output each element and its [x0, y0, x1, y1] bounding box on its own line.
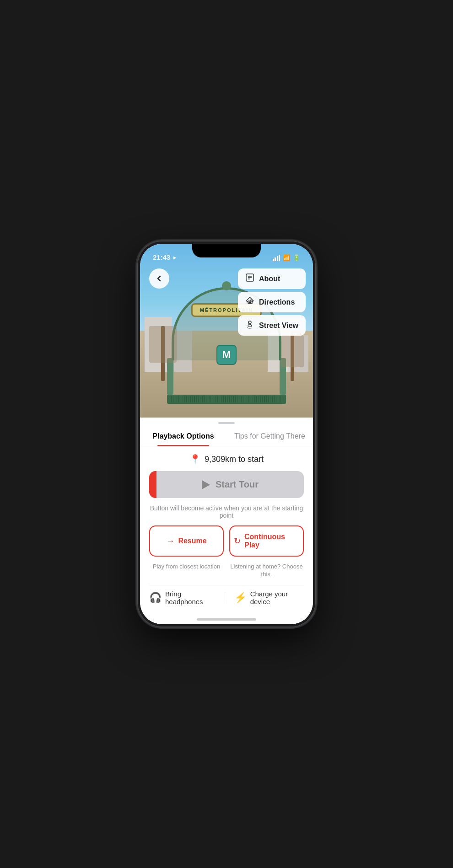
- battery-icon: 🔋: [293, 254, 300, 261]
- start-tour-hint: Button will become active when you are a…: [149, 504, 304, 519]
- resume-icon: →: [166, 536, 174, 546]
- location-icon: ►: [172, 255, 177, 260]
- right-menu: About Directions: [238, 268, 306, 336]
- start-tour-container: Start Tour: [149, 471, 304, 498]
- pin-icon: 📍: [189, 454, 201, 465]
- resume-sublabel: Play from closest location: [149, 563, 224, 579]
- charge-icon: ⚡: [234, 592, 247, 604]
- action-buttons: → Resume ↻ Continuous Play: [149, 525, 304, 557]
- action-sublabels: Play from closest location Listening at …: [149, 563, 304, 579]
- start-tour-red-bar: [149, 471, 156, 498]
- phone-frame: 21:43 ► 📶 🔋: [137, 241, 316, 627]
- headphone-icon: 🎧: [149, 592, 162, 604]
- tip-divider: [225, 592, 225, 603]
- status-icons: 📶 🔋: [273, 254, 301, 261]
- time-display: 21:43: [153, 253, 170, 261]
- tip-charge: ⚡ Charge your device: [234, 590, 304, 605]
- headphones-label: Bring headphones: [165, 590, 216, 605]
- distance-row: 📍 9,309km to start: [149, 454, 304, 465]
- play-icon: [202, 480, 210, 489]
- notch: [192, 244, 261, 257]
- about-icon: [245, 273, 254, 284]
- continuous-sublabel: Listening at home? Choose this.: [229, 563, 304, 579]
- street-view-button[interactable]: Street View: [238, 315, 306, 336]
- charge-label: Charge your device: [250, 590, 304, 605]
- tips-row: 🎧 Bring headphones ⚡ Charge your device: [149, 585, 304, 607]
- start-tour-button[interactable]: Start Tour: [156, 471, 304, 498]
- hero-image: MÉTROPOLITAIN M: [140, 244, 313, 418]
- continuous-play-button[interactable]: ↻ Continuous Play: [229, 525, 304, 557]
- tip-headphones: 🎧 Bring headphones: [149, 590, 216, 605]
- distance-text: 9,309km to start: [205, 455, 264, 464]
- tabs: Playback Options Tips for Getting There: [140, 427, 313, 446]
- tab-tips[interactable]: Tips for Getting There: [226, 427, 313, 446]
- directions-icon: [245, 296, 254, 308]
- resume-label: Resume: [178, 537, 206, 545]
- about-button[interactable]: About: [238, 268, 306, 289]
- resume-button[interactable]: → Resume: [149, 525, 224, 557]
- street-view-label: Street View: [259, 321, 298, 330]
- phone-inner: 21:43 ► 📶 🔋: [140, 244, 313, 624]
- status-time: 21:43 ►: [153, 253, 177, 261]
- metro-m-box: M: [216, 345, 237, 365]
- svg-point-7: [248, 327, 252, 328]
- tree-left: [149, 326, 177, 381]
- about-label: About: [259, 275, 280, 283]
- metro-fence: [167, 395, 286, 404]
- start-tour-label: Start Tour: [216, 479, 259, 490]
- tab-playback[interactable]: Playback Options: [140, 427, 226, 446]
- svg-point-6: [248, 321, 251, 324]
- street-view-icon: [245, 320, 254, 331]
- wifi-icon: 📶: [283, 254, 290, 261]
- tree-right: [281, 335, 304, 381]
- content-area: 📍 9,309km to start Start Tour Button wi: [140, 446, 313, 615]
- home-indicator: [197, 618, 256, 621]
- screen: 21:43 ► 📶 🔋: [140, 244, 313, 624]
- back-button[interactable]: [149, 268, 169, 289]
- bottom-sheet: Playback Options Tips for Getting There …: [140, 418, 313, 624]
- continuous-icon: ↻: [234, 536, 241, 546]
- directions-label: Directions: [259, 298, 295, 306]
- drag-handle: [218, 422, 235, 424]
- directions-button[interactable]: Directions: [238, 292, 306, 312]
- continuous-label: Continuous Play: [244, 533, 299, 549]
- signal-icon: [273, 255, 280, 261]
